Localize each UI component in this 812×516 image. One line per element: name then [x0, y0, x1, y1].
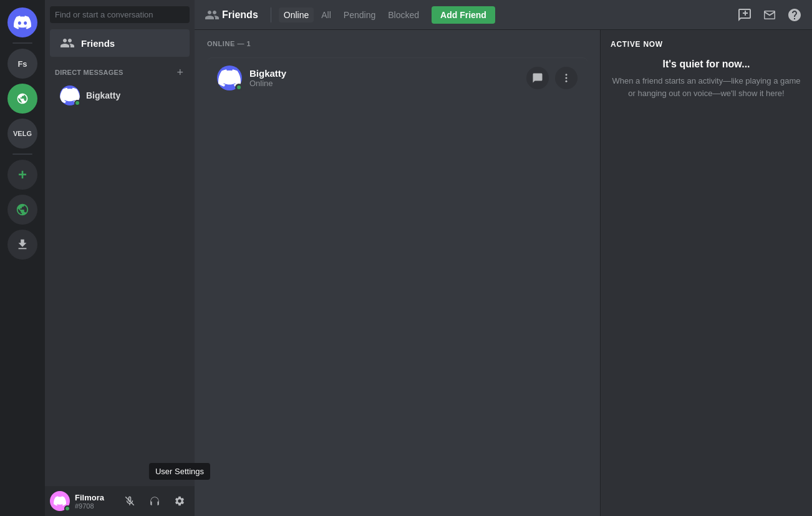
dm-section-header: Direct Messages +: [45, 57, 195, 80]
svg-point-1: [566, 74, 568, 75]
server-icon-discover[interactable]: [7, 195, 37, 225]
friends-nav-icon: [205, 7, 220, 22]
tab-all[interactable]: All: [316, 7, 336, 22]
bigkatty-friend-info: Bigkatty Online: [249, 68, 526, 88]
nav-divider: [271, 7, 271, 22]
friend-row-bigkatty[interactable]: Bigkatty Online: [207, 57, 587, 98]
svg-point-3: [566, 80, 568, 82]
bigkatty-friend-avatar: [217, 66, 242, 90]
server-icon-velg[interactable]: VELG: [7, 119, 37, 148]
user-avatar-wrapper: [50, 491, 70, 511]
user-status-dot: [64, 505, 70, 512]
bigkatty-avatar-wrapper: [60, 85, 80, 105]
tab-online[interactable]: Online: [279, 7, 314, 22]
svg-point-2: [566, 77, 568, 79]
user-panel: Filmora #9708 User Settings: [45, 486, 195, 516]
bigkatty-message-button[interactable]: [526, 67, 549, 89]
bigkatty-friend-name: Bigkatty: [249, 68, 526, 79]
mute-button[interactable]: [120, 491, 140, 511]
nav-actions: [737, 7, 802, 22]
new-dm-button[interactable]: +: [175, 67, 185, 78]
user-info: Filmora #9708: [75, 493, 115, 510]
bigkatty-friend-status: Online: [249, 79, 526, 88]
new-group-dm-button[interactable]: [737, 7, 752, 22]
friends-label: Friends: [81, 38, 115, 49]
server-icon-explore[interactable]: [7, 84, 37, 114]
server-icon-fs[interactable]: Fs: [7, 49, 37, 79]
username: Filmora: [75, 493, 115, 502]
nav-title: Friends: [222, 9, 258, 21]
dm-sidebar: Friends Direct Messages + Bigkatty F: [45, 0, 195, 516]
server-icon-add[interactable]: +: [7, 160, 37, 190]
server-sidebar: Fs VELG +: [0, 0, 45, 516]
bigkatty-friend-actions: [526, 67, 578, 89]
deafen-button[interactable]: [145, 491, 165, 511]
active-now-title: ACTIVE NOW: [611, 40, 802, 49]
server-icon-home[interactable]: [7, 7, 37, 37]
server-divider: [12, 42, 32, 44]
online-header: Online — 1: [207, 40, 587, 47]
tab-blocked[interactable]: Blocked: [383, 7, 424, 22]
server-divider-2: [12, 153, 32, 155]
friends-icon: [60, 36, 75, 51]
server-icon-download[interactable]: [7, 230, 37, 260]
bigkatty-more-button[interactable]: [555, 67, 578, 89]
quiet-title: It's quiet for now...: [611, 59, 802, 70]
search-input[interactable]: [50, 6, 190, 23]
top-nav: Friends Online All Pending Blocked Add F…: [195, 0, 812, 30]
dm-user-bigkatty[interactable]: Bigkatty: [50, 80, 190, 110]
main-content: Friends Online All Pending Blocked Add F…: [195, 0, 812, 516]
add-friend-button[interactable]: Add Friend: [432, 6, 495, 24]
quiet-desc: When a friend starts an activity—like pl…: [611, 75, 802, 99]
friends-nav-item[interactable]: Friends: [50, 29, 190, 57]
bigkatty-status-dot: [74, 100, 80, 106]
bigkatty-online-dot: [235, 84, 243, 91]
settings-button[interactable]: User Settings: [170, 491, 190, 511]
inbox-button[interactable]: [762, 7, 777, 22]
search-bar: [45, 0, 195, 29]
help-button[interactable]: [787, 7, 802, 22]
direct-messages-label: Direct Messages: [55, 69, 123, 76]
friends-area: Online — 1 Bigkatty Online: [195, 30, 600, 516]
active-now-panel: ACTIVE NOW It's quiet for now... When a …: [600, 30, 812, 516]
bigkatty-username: Bigkatty: [86, 90, 120, 100]
tab-pending[interactable]: Pending: [339, 7, 380, 22]
user-tag: #9708: [75, 502, 115, 510]
